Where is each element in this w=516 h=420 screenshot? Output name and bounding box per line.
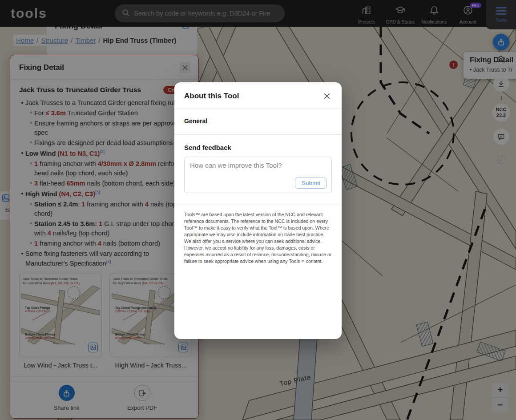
about-tool-modal: About this Tool General Send feedback Su… xyxy=(174,82,342,339)
feedback-section: Send feedback Submit xyxy=(174,135,342,205)
general-heading: General xyxy=(184,117,332,125)
feedback-textarea[interactable] xyxy=(190,162,326,179)
disclaimer-text: Tools™ are based upon the latest version… xyxy=(174,205,342,274)
modal-title: About this Tool xyxy=(184,92,239,101)
feedback-box: Submit xyxy=(184,157,332,193)
close-icon[interactable] xyxy=(322,91,332,101)
modal-body: General xyxy=(174,109,342,135)
feedback-heading: Send feedback xyxy=(184,144,332,151)
submit-button[interactable]: Submit xyxy=(295,178,327,189)
app-stage: Top Plate Fixing Detail Jack Truss to Tr… xyxy=(0,0,516,420)
modal-header: About this Tool xyxy=(174,82,342,109)
